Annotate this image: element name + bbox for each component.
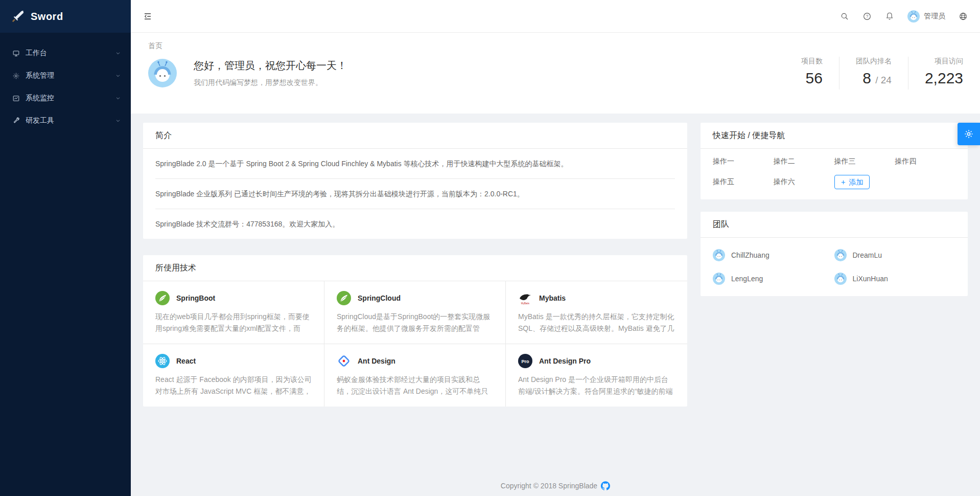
quick-start-card: 快速开始 / 便捷导航 操作一 操作二 操作三 操作四 操作五 操作六 添加 (701, 123, 968, 199)
team-card-title: 团队 (701, 212, 968, 238)
quick-link-6[interactable]: 操作六 (774, 177, 834, 187)
breadcrumb[interactable]: 首页 (131, 33, 980, 51)
app-logo[interactable]: Sword (0, 0, 131, 33)
chevron-down-icon (115, 96, 121, 101)
tech-item-springboot: SpringBoot 现在的web项目几乎都会用到spring框架，而要使用sp… (143, 281, 324, 344)
stat-project-visits: 项目访问 2,223 (908, 57, 963, 89)
mybatis-icon (518, 291, 532, 305)
avatar (148, 59, 177, 87)
avatar (834, 273, 847, 285)
sidebar-item-system-monitor[interactable]: 系统监控 (0, 87, 131, 109)
intro-item: SpringBlade 技术交流群号：477853168。欢迎大家加入。 (155, 209, 675, 239)
wrench-icon (12, 117, 20, 125)
stat-team-rank: 团队内排名 8 / 24 (839, 57, 908, 89)
greeting-text: 您好，管理员，祝您开心每一天！ (194, 59, 785, 73)
top-header: ? 管理员 (131, 0, 980, 33)
avatar (713, 273, 725, 285)
quick-link-1[interactable]: 操作一 (713, 157, 774, 166)
chevron-down-icon (115, 73, 121, 78)
gear-icon (12, 72, 20, 80)
avatar (834, 249, 847, 261)
stat-projects: 项目数 56 (785, 57, 839, 89)
user-menu[interactable]: 管理员 (907, 10, 945, 22)
tech-item-mybatis: Mybatis MyBatis 是一款优秀的持久层框架，它支持定制化 SQL、存… (506, 281, 687, 344)
monitor-icon (12, 50, 20, 57)
sidebar-item-dev-tools[interactable]: 研发工具 (0, 109, 131, 132)
main-content: 简介 SpringBlade 2.0 是一个基于 Spring Boot 2 &… (131, 114, 980, 496)
quick-link-2[interactable]: 操作二 (774, 157, 834, 166)
tech-card: 所使用技术 SpringBoot 现在的web项目几乎都会用到spring框架，… (143, 255, 687, 407)
intro-item: SpringBlade 企业版系列 已通过长时间生产环境的考验，现将其拆分出基础… (155, 179, 675, 209)
quick-link-3[interactable]: 操作三 (834, 157, 895, 166)
springboot-icon (155, 291, 170, 305)
ant-design-icon (337, 354, 351, 368)
sword-icon (11, 10, 25, 23)
globe-icon[interactable] (959, 12, 968, 21)
welcome-row: 您好，管理员，祝您开心每一天！ 我们用代码编写梦想，用梦想改变世界。 项目数 5… (131, 51, 980, 89)
intro-item: SpringBlade 2.0 是一个基于 Spring Boot 2 & Sp… (155, 149, 675, 179)
chevron-down-icon (115, 118, 121, 123)
tech-item-ant-design: Ant Design 蚂蚁金服体验技术部经过大量的项目实践和总结，沉淀出设计语言… (324, 344, 506, 407)
avatar (907, 10, 920, 22)
svg-text:?: ? (866, 14, 869, 19)
team-member[interactable]: ChillZhuang (713, 249, 834, 261)
avatar (713, 249, 725, 261)
team-card: 团队 ChillZhuang DreamLu LengLeng (701, 212, 968, 296)
user-name: 管理员 (924, 12, 945, 21)
github-icon[interactable] (601, 481, 610, 490)
question-icon[interactable]: ? (862, 12, 872, 21)
sidebar-item-label: 工作台 (26, 49, 110, 58)
stats-row: 项目数 56 团队内排名 8 / 24 项目访问 2,223 (785, 57, 963, 89)
copyright-text: Copyright © 2018 SpringBlade (501, 482, 597, 490)
page-header-band: 首页 您好，管理员，祝您开心每一天！ 我们用代码编写梦想，用梦想改变世界。 项目… (131, 33, 980, 114)
sidebar-menu: 工作台 系统管理 (0, 33, 131, 132)
springcloud-icon (337, 291, 351, 305)
tech-card-title: 所使用技术 (143, 255, 687, 281)
tech-item-springcloud: SpringCloud SpringCloud是基于SpringBoot的一整套… (324, 281, 506, 344)
team-member[interactable]: LengLeng (713, 273, 834, 285)
gear-icon (964, 129, 974, 139)
intro-card-title: 简介 (143, 123, 687, 149)
chart-icon (12, 95, 20, 102)
quick-link-4[interactable]: 操作四 (895, 157, 955, 166)
quick-start-title: 快速开始 / 便捷导航 (701, 123, 968, 149)
sidebar-item-system-management[interactable]: 系统管理 (0, 64, 131, 87)
add-button[interactable]: 添加 (834, 175, 870, 189)
search-icon[interactable] (840, 12, 849, 21)
dashboard-page: Sword 工作台 (0, 0, 980, 496)
footer: Copyright © 2018 SpringBlade (131, 481, 980, 490)
app-title: Sword (31, 11, 63, 22)
theme-settings-button[interactable] (958, 123, 980, 145)
quick-link-5[interactable]: 操作五 (713, 177, 774, 187)
plus-icon (841, 179, 846, 185)
tech-item-react: React React 起源于 Facebook 的内部项目，因为该公司对市场上… (143, 344, 324, 407)
team-member[interactable]: DreamLu (834, 249, 956, 261)
sidebar-item-label: 系统监控 (26, 94, 110, 103)
ant-design-pro-icon (518, 354, 532, 368)
tech-item-ant-design-pro: Ant Design Pro Ant Design Pro 是一个企业级开箱即用… (506, 344, 687, 407)
react-icon (155, 354, 170, 368)
sidebar-item-label: 研发工具 (26, 116, 110, 125)
bell-icon[interactable] (885, 12, 894, 21)
sidebar-item-workbench[interactable]: 工作台 (0, 42, 131, 64)
sidebar-item-label: 系统管理 (26, 71, 110, 80)
team-member[interactable]: LiXunHuan (834, 273, 956, 285)
intro-card: 简介 SpringBlade 2.0 是一个基于 Spring Boot 2 &… (143, 123, 687, 239)
menu-fold-icon[interactable] (143, 12, 152, 21)
sidebar: Sword 工作台 (0, 0, 131, 496)
welcome-subtitle: 我们用代码编写梦想，用梦想改变世界。 (194, 78, 785, 87)
chevron-down-icon (115, 51, 121, 56)
